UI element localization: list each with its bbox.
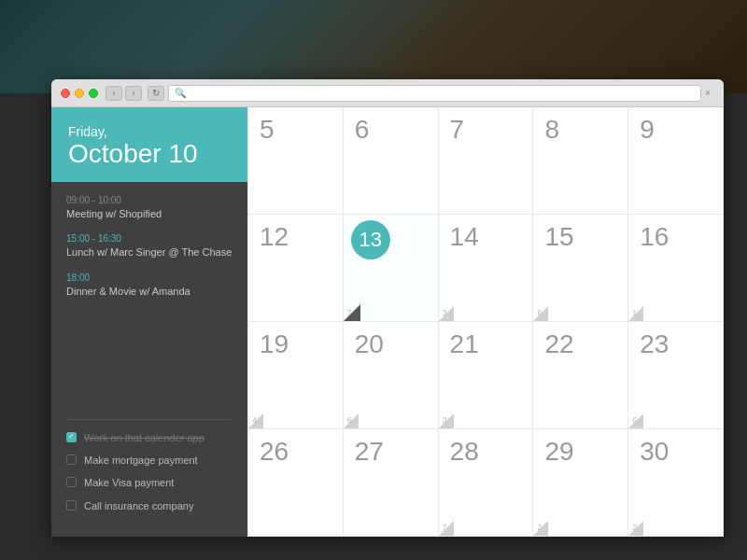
calendar-area: 5 6 7 8 9 12 13: [247, 107, 724, 537]
back-button[interactable]: ‹: [106, 86, 122, 101]
sidebar: Friday, October 10 09:00 - 10:00 Meeting…: [51, 107, 247, 537]
address-bar[interactable]: 🔍: [168, 85, 701, 102]
cal-day-number: 9: [628, 107, 723, 143]
mini-number: 1: [632, 308, 637, 317]
cal-cell-30[interactable]: 30 2: [628, 429, 724, 537]
cal-day-number: 26: [248, 429, 343, 465]
sidebar-divider: [66, 419, 233, 420]
traffic-lights: [61, 89, 98, 98]
mini-number: 3: [443, 415, 447, 425]
cal-cell-13-today[interactable]: 13 7: [344, 215, 439, 322]
cal-cell-21[interactable]: 21 3: [439, 322, 534, 429]
todo-item: Work on that calender app: [66, 431, 233, 444]
mini-number: 7: [347, 308, 352, 317]
todo-label-0: Work on that calender app: [84, 431, 204, 444]
sidebar-header: Friday, October 10: [51, 107, 247, 182]
app-content: Friday, October 10 09:00 - 10:00 Meeting…: [51, 107, 724, 537]
cal-cell-22[interactable]: 22: [533, 322, 628, 429]
event-item: 18:00 Dinner & Movie w/ Amanda: [66, 273, 233, 298]
close-tab-button[interactable]: ×: [701, 88, 714, 98]
cal-day-number: 14: [439, 215, 533, 250]
mini-number: 7: [443, 523, 447, 532]
mini-number: 2: [537, 523, 542, 532]
cal-day-number: 19: [248, 322, 343, 357]
cal-day-number: 5: [248, 107, 343, 143]
mini-number: 6: [632, 415, 637, 425]
cal-day-number: 22: [533, 322, 627, 357]
cal-day-number: 16: [628, 215, 723, 250]
cal-cell-28[interactable]: 28 7: [439, 429, 534, 537]
todo-item: Call insurance company: [66, 499, 233, 512]
today-circle: 13: [351, 220, 390, 259]
cal-cell-12[interactable]: 12: [248, 215, 344, 322]
sidebar-day: Friday,: [68, 124, 231, 139]
cal-day-number: 6: [344, 107, 438, 143]
cal-cell-26[interactable]: 26: [248, 429, 344, 537]
close-button[interactable]: [61, 89, 70, 98]
todo-label-1: Make mortgage payment: [84, 454, 198, 467]
cal-day-number: 12: [248, 215, 343, 250]
todo-checkbox-1[interactable]: [66, 455, 77, 465]
todo-list: Work on that calender app Make mortgage …: [51, 431, 247, 537]
maximize-button[interactable]: [89, 89, 98, 98]
cal-cell-27[interactable]: 27: [344, 429, 439, 537]
cal-cell-23[interactable]: 23 6: [628, 322, 724, 429]
cal-day-number: 21: [439, 322, 533, 357]
browser-titlebar: ‹ › ↻ 🔍 ×: [51, 79, 724, 107]
forward-button[interactable]: ›: [125, 86, 142, 101]
todo-label-2: Make Visa payment: [84, 476, 174, 489]
mini-number: 4: [252, 415, 257, 425]
cal-cell-20[interactable]: 20 6: [344, 322, 439, 429]
cal-cell-8[interactable]: 8: [533, 107, 628, 215]
event-item: 09:00 - 10:00 Meeting w/ Shopified: [66, 195, 233, 220]
event-item: 15:00 - 16:30 Lunch w/ Marc Singer @ The…: [66, 233, 233, 259]
cal-day-number: 23: [628, 322, 723, 357]
cal-day-number: 28: [439, 429, 533, 465]
cal-cell-6[interactable]: 6: [344, 107, 439, 215]
cal-cell-14[interactable]: 14 3: [439, 215, 534, 322]
sidebar-events: 09:00 - 10:00 Meeting w/ Shopified 15:00…: [51, 182, 247, 415]
todo-label-3: Call insurance company: [84, 499, 193, 512]
todo-checkbox-2[interactable]: [66, 477, 77, 487]
event-title: Lunch w/ Marc Singer @ The Chase: [66, 245, 233, 259]
reload-button[interactable]: ↻: [148, 86, 164, 101]
cal-cell-15[interactable]: 15 6: [533, 215, 628, 322]
cal-day-number: 29: [533, 429, 627, 465]
cal-day-number: 27: [344, 429, 438, 465]
mini-number: 3: [443, 308, 447, 317]
search-icon: 🔍: [175, 88, 186, 98]
cal-day-number: 7: [439, 107, 533, 143]
browser-window: ‹ › ↻ 🔍 × Friday, October 10 09:00 - 10:…: [51, 79, 724, 537]
cal-cell-19[interactable]: 19 4: [248, 322, 344, 429]
cal-day-number: 20: [344, 322, 438, 357]
cal-cell-29[interactable]: 29 2: [533, 429, 628, 537]
cal-cell-9[interactable]: 9: [628, 107, 724, 215]
event-time: 15:00 - 16:30: [66, 233, 233, 244]
todo-item: Make mortgage payment: [66, 454, 233, 467]
cal-cell-16[interactable]: 16 1: [628, 215, 724, 322]
cal-day-number: 30: [628, 429, 723, 465]
nav-buttons: ‹ ›: [106, 86, 142, 101]
cal-cell-5[interactable]: 5: [248, 107, 344, 215]
event-title: Meeting w/ Shopified: [66, 207, 233, 220]
cal-day-number: 8: [533, 107, 627, 143]
todo-checkbox-0[interactable]: [66, 432, 77, 442]
event-time: 09:00 - 10:00: [66, 195, 233, 205]
todo-checkbox-3[interactable]: [66, 500, 77, 511]
mini-number: 2: [632, 523, 637, 532]
event-time: 18:00: [66, 273, 233, 283]
todo-item: Make Visa payment: [66, 476, 233, 489]
cal-cell-7[interactable]: 7: [439, 107, 534, 215]
sidebar-date: October 10: [68, 141, 231, 167]
calendar-grid: 5 6 7 8 9 12 13: [247, 107, 724, 537]
event-title: Dinner & Movie w/ Amanda: [66, 285, 233, 298]
mini-number: 6: [347, 415, 352, 425]
cal-day-number: 15: [533, 215, 627, 250]
minimize-button[interactable]: [75, 89, 84, 98]
mini-number: 6: [537, 308, 542, 317]
